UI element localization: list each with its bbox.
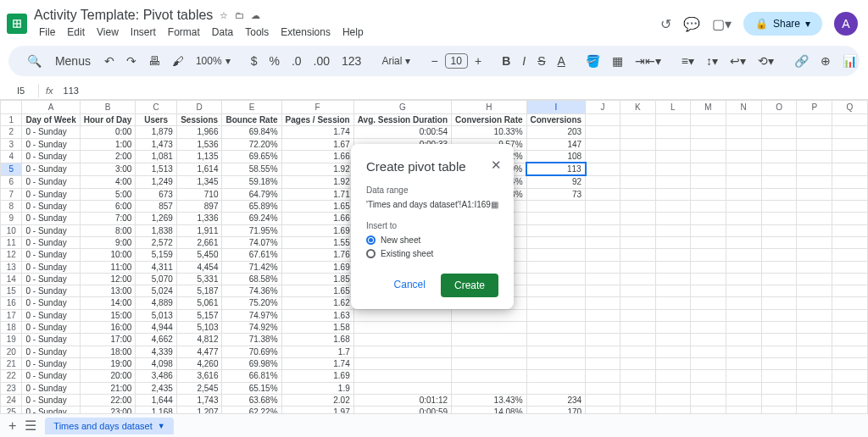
cell[interactable] xyxy=(761,346,797,357)
zoom-select[interactable]: 100% ▾ xyxy=(191,53,236,69)
cell[interactable]: 4,260 xyxy=(176,357,222,369)
cell[interactable]: 1.92 xyxy=(281,163,353,175)
cell[interactable] xyxy=(726,138,761,150)
cell[interactable]: 0 - Sunday xyxy=(22,150,80,163)
cell[interactable] xyxy=(690,114,726,126)
cell[interactable]: 673 xyxy=(136,188,176,200)
row-header[interactable]: 17 xyxy=(1,309,22,321)
cell[interactable] xyxy=(726,213,761,224)
cell[interactable] xyxy=(655,273,690,285)
cell[interactable]: 4,098 xyxy=(136,357,176,369)
cell[interactable]: 74.92% xyxy=(222,322,281,334)
cell[interactable] xyxy=(726,261,761,273)
cell[interactable] xyxy=(655,382,690,394)
cell[interactable]: 1.69 xyxy=(281,370,353,382)
cell[interactable] xyxy=(761,285,797,297)
cell[interactable] xyxy=(526,224,586,236)
cell[interactable]: 0 - Sunday xyxy=(22,394,80,406)
cell[interactable]: Conversion Rate xyxy=(452,114,526,126)
cell[interactable]: Day of Week xyxy=(22,114,80,126)
cell[interactable] xyxy=(797,273,832,285)
menu-tools[interactable]: Tools xyxy=(240,25,274,40)
row-header[interactable]: 7 xyxy=(1,188,22,200)
cell[interactable]: 113 xyxy=(526,163,586,175)
menu-extensions[interactable]: Extensions xyxy=(275,25,336,40)
cell[interactable]: 1,911 xyxy=(176,224,222,236)
col-header-G[interactable]: G xyxy=(353,101,451,114)
cell[interactable] xyxy=(586,213,620,224)
cell[interactable] xyxy=(586,188,620,200)
cell[interactable]: 19:00 xyxy=(80,357,136,369)
cell[interactable]: 4:00 xyxy=(80,175,136,188)
cell[interactable] xyxy=(526,261,586,273)
cell[interactable]: 1.74 xyxy=(281,126,353,138)
cell[interactable]: 2,661 xyxy=(176,236,222,248)
cell[interactable] xyxy=(726,334,761,346)
cell[interactable] xyxy=(726,273,761,285)
cell[interactable] xyxy=(797,285,832,297)
cell[interactable] xyxy=(832,273,868,285)
cell[interactable] xyxy=(761,297,797,309)
row-header[interactable]: 1 xyxy=(1,114,22,126)
cell[interactable] xyxy=(526,382,586,394)
cell[interactable]: 4,311 xyxy=(136,261,176,273)
cell[interactable] xyxy=(655,285,690,297)
search-menus[interactable]: 🔍 Menus xyxy=(20,51,97,71)
name-box[interactable]: I5 xyxy=(3,84,39,97)
create-button[interactable]: Create xyxy=(441,274,498,297)
cell[interactable]: 63.68% xyxy=(222,394,281,406)
cell[interactable]: 1.92 xyxy=(281,175,353,188)
cell[interactable] xyxy=(586,224,620,236)
cell[interactable] xyxy=(832,188,868,200)
cell[interactable] xyxy=(761,201,797,213)
cell[interactable] xyxy=(761,394,797,406)
cell[interactable] xyxy=(832,150,868,163)
cell[interactable]: 10.33% xyxy=(452,126,526,138)
cell[interactable] xyxy=(832,163,868,175)
cell[interactable]: 2:00 xyxy=(80,150,136,163)
cell[interactable] xyxy=(726,163,761,175)
cell[interactable]: 5,450 xyxy=(176,249,222,261)
row-header[interactable]: 12 xyxy=(1,249,22,261)
currency-button[interactable]: $ xyxy=(246,51,263,71)
cell[interactable]: 1:00 xyxy=(80,138,136,150)
row-header[interactable]: 15 xyxy=(1,285,22,297)
cell[interactable] xyxy=(620,213,656,224)
cell[interactable] xyxy=(832,224,868,236)
row-header[interactable]: 18 xyxy=(1,322,22,334)
cell[interactable]: 0 - Sunday xyxy=(22,236,80,248)
cell[interactable] xyxy=(797,322,832,334)
cell[interactable] xyxy=(797,188,832,200)
cell[interactable]: 5,013 xyxy=(136,309,176,321)
cell[interactable] xyxy=(620,334,656,346)
row-header[interactable]: 22 xyxy=(1,370,22,382)
cell[interactable] xyxy=(690,163,726,175)
cell[interactable]: 5,024 xyxy=(136,285,176,297)
bold-button[interactable]: B xyxy=(497,51,515,71)
cell[interactable]: 1.58 xyxy=(281,322,353,334)
cell[interactable]: 0 - Sunday xyxy=(22,357,80,369)
cell[interactable]: 203 xyxy=(526,126,586,138)
filter-button[interactable]: ▽ xyxy=(864,51,868,71)
cell[interactable]: 71.38% xyxy=(222,334,281,346)
cell[interactable] xyxy=(797,163,832,175)
cell[interactable] xyxy=(761,309,797,321)
cell[interactable]: 0 - Sunday xyxy=(22,322,80,334)
rotate-button[interactable]: ⟲▾ xyxy=(753,51,779,71)
cell[interactable]: 8:00 xyxy=(80,224,136,236)
col-header-Q[interactable]: Q xyxy=(832,101,868,114)
cell[interactable]: 2,545 xyxy=(176,382,222,394)
cell[interactable]: 74.97% xyxy=(222,309,281,321)
cell[interactable] xyxy=(761,370,797,382)
cell[interactable] xyxy=(586,126,620,138)
row-header[interactable]: 8 xyxy=(1,201,22,213)
cell[interactable]: Conversions xyxy=(526,114,586,126)
cell[interactable] xyxy=(620,188,656,200)
cell[interactable]: 67.61% xyxy=(222,249,281,261)
row-header[interactable]: 20 xyxy=(1,346,22,357)
menu-edit[interactable]: Edit xyxy=(62,25,90,40)
cell[interactable] xyxy=(761,273,797,285)
cell[interactable] xyxy=(832,382,868,394)
cell[interactable] xyxy=(832,297,868,309)
cell[interactable] xyxy=(586,346,620,357)
